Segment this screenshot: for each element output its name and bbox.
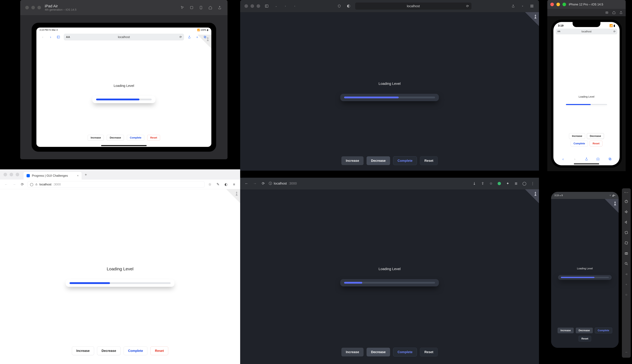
reset-button[interactable]: Reset	[590, 141, 602, 146]
hamburger-menu-icon[interactable]: ≡	[231, 182, 237, 187]
complete-button[interactable]: Complete	[124, 346, 148, 355]
home-icon[interactable]	[208, 5, 213, 10]
complete-button[interactable]: Complete	[393, 348, 417, 356]
increase-button[interactable]: Increase	[88, 135, 104, 140]
chrome-url-field[interactable]: ⓘ localhost:3000	[269, 181, 469, 186]
complete-button[interactable]: Complete	[393, 156, 417, 165]
tabs-icon[interactable]	[608, 156, 612, 162]
bookmarks-icon[interactable]	[596, 156, 601, 162]
increase-button[interactable]: Increase	[558, 328, 574, 333]
iphone-url-field[interactable]: AA localhost ⟳	[556, 28, 617, 34]
complete-button[interactable]: Complete	[595, 328, 612, 333]
home-icon[interactable]	[612, 11, 616, 14]
iphone-window-titlebar[interactable]: iPhone 12 Pro – iOS 14.5	[547, 0, 626, 9]
forward-icon[interactable]: ›	[572, 156, 577, 162]
reload-icon[interactable]: ⟳	[20, 182, 25, 187]
back-icon[interactable]: ←	[3, 182, 9, 187]
new-tab-icon[interactable]: ＋	[520, 3, 525, 9]
emulator-close-row[interactable]: × —	[624, 191, 628, 194]
increase-button[interactable]: Increase	[569, 133, 585, 139]
share-icon[interactable]: ⇪	[480, 181, 486, 186]
extension-icon[interactable]	[496, 181, 502, 186]
overview-nav-icon[interactable]: □	[624, 292, 629, 297]
safari-url-field[interactable]: localhost ⟳	[355, 2, 472, 10]
window-traffic-lights[interactable]	[244, 4, 260, 8]
reload-icon[interactable]: ⟳	[260, 181, 266, 186]
new-tab-button[interactable]: ＋	[83, 172, 89, 178]
close-tab-icon[interactable]: ×	[77, 174, 78, 177]
lock-icon[interactable]	[35, 183, 38, 186]
decrease-button[interactable]: Decrease	[587, 133, 604, 139]
reset-button[interactable]: Reset	[578, 336, 591, 342]
ipad-window-titlebar[interactable]: iPad Air 4th generation – iOS 14.5	[20, 0, 228, 15]
decrease-button[interactable]: Decrease	[366, 156, 390, 165]
back-icon[interactable]: ‹	[283, 3, 288, 9]
eyedropper-icon[interactable]: ✎	[215, 182, 221, 187]
decrease-button[interactable]: Decrease	[107, 135, 124, 140]
screenshot-icon[interactable]	[189, 5, 194, 10]
firefox-url-field[interactable]: ◯ localhost:3000	[28, 181, 204, 188]
ipad-url-field[interactable]: AA localhost ⟳	[64, 34, 184, 40]
window-traffic-lights[interactable]	[550, 3, 566, 6]
sidebar-icon[interactable]	[264, 3, 270, 9]
reading-list-icon[interactable]: ≣	[513, 181, 519, 186]
back-icon[interactable]: ‹	[560, 156, 566, 162]
appearance-icon[interactable]	[346, 3, 352, 9]
browser-tab[interactable]: Progress | GUI Challenges ×	[24, 172, 82, 180]
shield-icon[interactable]: ◯	[30, 183, 33, 186]
sidebar-icon[interactable]	[56, 34, 61, 40]
increase-button[interactable]: Increase	[72, 346, 94, 355]
share-icon[interactable]	[619, 11, 623, 14]
bookmark-star-icon[interactable]: ☆	[207, 182, 212, 187]
share-icon[interactable]	[187, 34, 192, 40]
complete-button[interactable]: Complete	[127, 135, 144, 140]
zoom-icon[interactable]	[624, 261, 629, 266]
site-info-icon[interactable]: ⓘ	[269, 181, 272, 186]
share-icon[interactable]	[510, 3, 516, 9]
screenshot-icon[interactable]	[605, 11, 608, 14]
bookmark-star-icon[interactable]: ☆	[488, 181, 494, 186]
install-icon[interactable]: ⤓	[472, 181, 477, 186]
power-icon[interactable]	[624, 199, 629, 204]
decrease-button[interactable]: Decrease	[97, 346, 120, 355]
share-icon[interactable]	[584, 156, 589, 162]
reload-icon[interactable]: ⟳	[614, 30, 616, 33]
rotate-icon[interactable]	[198, 5, 204, 10]
increase-button[interactable]: Increase	[342, 348, 364, 356]
extensions-puzzle-icon[interactable]: ✦	[505, 181, 510, 186]
reload-icon[interactable]: ⟳	[466, 4, 469, 8]
reader-aa-icon[interactable]: AA	[558, 30, 560, 32]
account-avatar-icon[interactable]: ◯	[522, 181, 527, 186]
reset-button[interactable]: Reset	[150, 346, 168, 355]
reset-button[interactable]: Reset	[420, 348, 438, 356]
reset-button[interactable]: Reset	[420, 156, 438, 165]
share-icon[interactable]	[217, 5, 222, 10]
pointer-icon[interactable]	[180, 5, 185, 10]
chevron-down-icon[interactable]: ⌄	[273, 3, 279, 9]
decrease-button[interactable]: Decrease	[366, 348, 390, 356]
forward-icon[interactable]: →	[252, 181, 258, 186]
window-traffic-lights[interactable]	[4, 173, 19, 176]
reload-icon[interactable]: ⟳	[180, 36, 182, 39]
increase-button[interactable]: Increase	[342, 156, 364, 165]
volume-up-icon[interactable]	[624, 209, 629, 214]
camera-icon[interactable]	[624, 251, 629, 256]
volume-down-icon[interactable]	[624, 220, 629, 225]
shield-icon[interactable]	[336, 3, 342, 9]
back-icon[interactable]: ←	[244, 181, 249, 186]
decrease-button[interactable]: Decrease	[576, 328, 593, 333]
kebab-menu-icon[interactable]: ⋮	[530, 181, 536, 186]
more-icon[interactable]: ⋯	[624, 350, 629, 355]
back-icon[interactable]: ‹	[40, 34, 45, 40]
forward-icon[interactable]: →	[12, 182, 17, 187]
home-nav-icon[interactable]: ○	[624, 282, 629, 287]
reset-button[interactable]: Reset	[147, 135, 160, 140]
reader-aa-icon[interactable]: AA	[66, 36, 70, 39]
forward-icon[interactable]: ›	[48, 34, 53, 40]
rotate-left-icon[interactable]	[624, 230, 629, 235]
account-icon[interactable]: ◐	[223, 182, 229, 187]
complete-button[interactable]: Complete	[570, 141, 588, 146]
window-traffic-lights[interactable]	[25, 6, 41, 9]
tabs-icon[interactable]	[529, 3, 535, 9]
back-nav-icon[interactable]: ◁	[624, 272, 629, 276]
